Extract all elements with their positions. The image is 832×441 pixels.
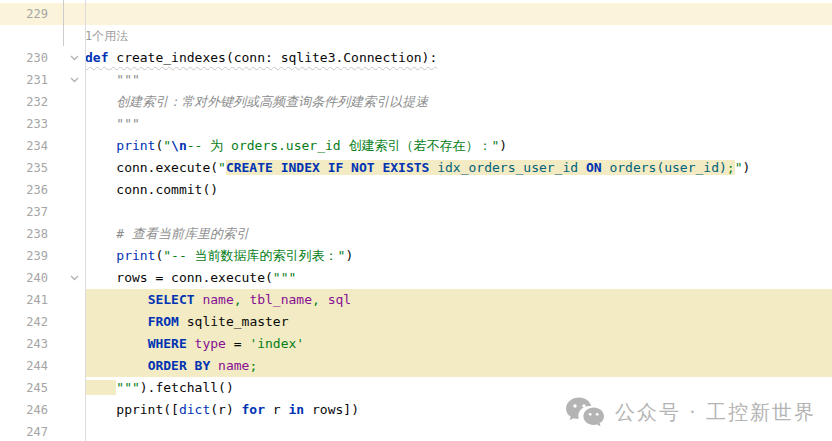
- gutter: 239: [0, 245, 85, 267]
- code-token: \n: [171, 138, 187, 153]
- line-number[interactable]: 236: [0, 179, 48, 201]
- fold-chevron-icon[interactable]: [48, 55, 85, 61]
- code-line: 236 conn.commit(): [0, 179, 832, 201]
- code-token: in: [289, 402, 305, 417]
- code-token: FROM: [148, 314, 179, 329]
- code-token: orders(user_id): [602, 160, 727, 175]
- code-line: 229: [0, 3, 832, 25]
- line-number[interactable]: 237: [0, 201, 48, 223]
- code-text: ORDER BY name;: [85, 355, 832, 377]
- code-token: name: [202, 292, 233, 307]
- token-group: conn.commit(): [85, 179, 218, 201]
- usages-inlay-hint[interactable]: 1个用法: [85, 29, 128, 43]
- fold-chevron-icon[interactable]: [48, 77, 85, 83]
- gutter: 241: [0, 289, 85, 311]
- gutter: 245: [0, 377, 85, 399]
- code-editor[interactable]: 2291个用法230def create_indexes(conn: sqlit…: [0, 0, 832, 441]
- code-token: """: [116, 380, 139, 395]
- code-line: 234 print("\n-- 为 orders.user_id 创建索引（若不…: [0, 135, 832, 157]
- code-token: print: [116, 138, 155, 153]
- token-group: 1个用法: [85, 25, 128, 47]
- line-number[interactable]: 239: [0, 245, 48, 267]
- gutter: 233: [0, 113, 85, 135]
- code-token: rows]): [304, 402, 359, 417]
- code-text: # 查看当前库里的索引: [85, 223, 832, 245]
- wechat-icon: [565, 396, 605, 428]
- line-number[interactable]: 243: [0, 333, 48, 355]
- token-group: rows = conn.execute(""": [85, 267, 296, 289]
- token-group: """: [85, 113, 140, 135]
- line-number[interactable]: 234: [0, 135, 48, 157]
- code-token: tbl_name: [249, 292, 312, 307]
- code-token: name: [218, 358, 249, 373]
- code-token: r: [265, 402, 288, 417]
- code-token: CREATE INDEX IF NOT EXISTS: [226, 160, 430, 175]
- code-text: conn.execute("CREATE INDEX IF NOT EXISTS…: [85, 157, 832, 179]
- code-token: (r): [210, 402, 241, 417]
- gutter: 235: [0, 157, 85, 179]
- code-text: """: [85, 113, 832, 135]
- code-line: 239 print("-- 当前数据库的索引列表："): [0, 245, 832, 267]
- fold-guide-line: [63, 0, 64, 46]
- code-token: ": [218, 160, 226, 175]
- line-number[interactable]: 245: [0, 377, 48, 399]
- code-token: [85, 380, 116, 395]
- line-number[interactable]: 232: [0, 91, 48, 113]
- code-text: rows = conn.execute(""": [85, 267, 832, 289]
- gutter: 231: [0, 69, 85, 91]
- token-group: 创建索引：常对外键列或高频查询条件列建索引以提速: [85, 91, 428, 113]
- gutter: 236: [0, 179, 85, 201]
- line-number[interactable]: 235: [0, 157, 48, 179]
- code-line: 237: [0, 201, 832, 223]
- code-text: def create_indexes(conn: sqlite3.Connect…: [85, 47, 832, 69]
- code-text: [85, 3, 832, 25]
- code-token: [85, 138, 116, 153]
- code-token: "-- 当前数据库的索引列表：": [163, 248, 345, 263]
- gutter: 240: [0, 267, 85, 289]
- line-number[interactable]: 246: [0, 399, 48, 421]
- code-token: ).fetchall(): [140, 380, 234, 395]
- line-number[interactable]: 240: [0, 267, 48, 289]
- line-number[interactable]: 247: [0, 421, 48, 441]
- code-token: [187, 336, 195, 351]
- code-token: ORDER BY: [148, 358, 211, 373]
- code-text: SELECT name, tbl_name, sql: [85, 289, 832, 311]
- editor-lines: 2291个用法230def create_indexes(conn: sqlit…: [0, 3, 832, 441]
- code-text: print("-- 当前数据库的索引列表："): [85, 245, 832, 267]
- gutter: 229: [0, 3, 85, 25]
- code-token: sqlite_master: [179, 314, 289, 329]
- line-number[interactable]: 231: [0, 69, 48, 91]
- code-line: 244 ORDER BY name;: [0, 355, 832, 377]
- gutter: [0, 25, 85, 47]
- token-group: print("-- 当前数据库的索引列表："): [85, 245, 353, 267]
- code-token: """: [85, 72, 140, 87]
- line-number[interactable]: 242: [0, 311, 48, 333]
- line-number[interactable]: 241: [0, 289, 48, 311]
- line-number[interactable]: 238: [0, 223, 48, 245]
- code-token: -- 为 orders.user_id 创建索引（若不存在）：": [187, 138, 500, 153]
- code-token: sql: [328, 292, 351, 307]
- code-token: [85, 336, 148, 351]
- line-number[interactable]: 233: [0, 113, 48, 135]
- code-text: conn.commit(): [85, 179, 832, 201]
- code-line: 231 """: [0, 69, 832, 91]
- code-token: pprint([: [85, 402, 179, 417]
- code-token: dict: [179, 402, 210, 417]
- code-token: ): [742, 160, 750, 175]
- gutter: 230: [0, 47, 85, 69]
- gutter: 243: [0, 333, 85, 355]
- code-line: 242 FROM sqlite_master: [0, 311, 832, 333]
- line-number[interactable]: 230: [0, 47, 48, 69]
- token-group: """).fetchall(): [85, 377, 234, 399]
- line-number[interactable]: 229: [0, 3, 48, 25]
- code-token: def: [85, 50, 108, 65]
- code-token: [210, 358, 218, 373]
- code-token: create_indexes(conn: sqlite3.Connection)…: [108, 50, 437, 65]
- fold-chevron-icon[interactable]: [48, 275, 85, 281]
- line-number[interactable]: 244: [0, 355, 48, 377]
- code-token: [85, 292, 148, 307]
- token-group: print("\n-- 为 orders.user_id 创建索引（若不存在）：…: [85, 135, 507, 157]
- token-group: # 查看当前库里的索引: [85, 223, 249, 245]
- gutter: 247: [0, 421, 85, 441]
- code-line: 232 创建索引：常对外键列或高频查询条件列建索引以提速: [0, 91, 832, 113]
